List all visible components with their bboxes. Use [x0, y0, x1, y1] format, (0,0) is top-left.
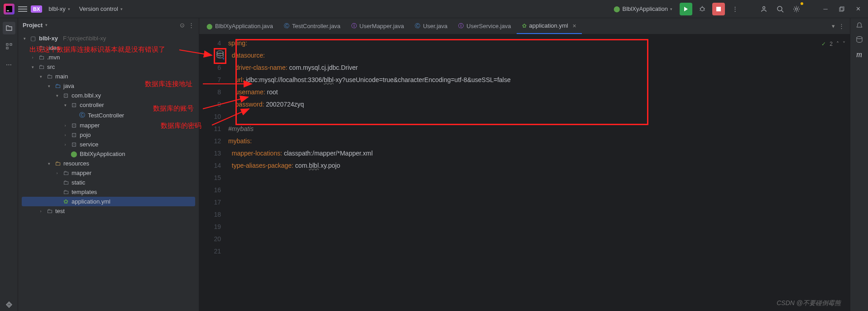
spring-run-icon: ⬤ — [614, 5, 620, 12]
svg-rect-15 — [6, 44, 8, 45]
tree-item[interactable]: ▾ ⊡ com.blbl.xy — [22, 91, 195, 100]
panel-options-icon[interactable]: ⋮ — [188, 22, 194, 29]
database-tool-icon[interactable] — [856, 36, 863, 44]
tree-label: .idea — [47, 44, 60, 51]
tab-file[interactable]: ⒾUserMapper.java — [346, 18, 409, 34]
tree-label: BlblXyApplication — [80, 151, 125, 157]
tab-label: User.java — [423, 23, 447, 29]
search-icon[interactable] — [774, 3, 786, 15]
debug-button[interactable] — [696, 3, 709, 15]
folder-icon: 🗀 — [62, 189, 69, 195]
yaml-key: datasource — [232, 52, 263, 59]
tab-file[interactable]: ⬤BlblXyApplication.java — [201, 18, 278, 34]
more-icon[interactable]: ⋮ — [729, 3, 741, 15]
close-tab-icon[interactable]: × — [573, 22, 576, 29]
package-icon: ⊡ — [70, 141, 77, 148]
tab-options-icon[interactable]: ⋮ — [839, 23, 844, 29]
restore-icon[interactable] — [835, 3, 848, 15]
select-opened-icon[interactable]: ⊙ — [180, 22, 185, 29]
tree-label: blbl-xy — [39, 35, 58, 42]
tab-label: TestController.java — [292, 23, 340, 29]
tab-file[interactable]: ⒾUserService.java — [453, 18, 516, 34]
maven-tool-icon[interactable]: m — [856, 50, 862, 59]
folder-icon: 🗀 — [38, 54, 45, 61]
tab-nav-icon[interactable]: ▾ — [832, 23, 835, 29]
tree-item-selected[interactable]: ✿ application.yml — [22, 197, 195, 206]
tab-file-active[interactable]: ✿application.yml× — [517, 18, 582, 34]
inspection-status[interactable]: ✓ 2 ˄ ˅ — [821, 41, 845, 47]
project-selector[interactable]: blbl-xy ▾ — [46, 4, 73, 14]
more-tool-icon[interactable]: ⋯ — [3, 58, 15, 71]
run-config-label: BlblXyApplication — [623, 5, 668, 12]
tree-item[interactable]: › 🗀 test — [22, 206, 195, 216]
gutter: 4 5 6 7 8 9 10 11 12 13 14 15 16 17 18 1… — [199, 34, 226, 311]
project-tree[interactable]: ▾ ▢ blbl-xy F:\project\blbl-xy › 🗀 .idea… — [18, 32, 199, 311]
yaml-key: mybatis — [228, 137, 250, 145]
tab-label: application.yml — [529, 22, 568, 29]
editor-body[interactable]: 4 5 6 7 8 9 10 11 12 13 14 15 16 17 18 1… — [199, 34, 850, 311]
run-config-selector[interactable]: ⬤ BlblXyApplication ▾ — [610, 4, 676, 14]
code-with-me-icon[interactable] — [758, 3, 770, 15]
svg-point-10 — [777, 6, 782, 11]
spring-config-icon: ✿ — [62, 198, 69, 205]
tree-item[interactable]: Ⓒ TestController — [22, 110, 195, 121]
svg-point-12 — [796, 8, 798, 10]
tree-item[interactable]: ▾ 🗀 java — [22, 81, 195, 91]
check-icon: ✓ — [821, 41, 826, 47]
structure-tool-icon[interactable] — [3, 40, 15, 53]
yaml-value: jdbc:mysql://localhost:3306/blbl-xy?useU… — [246, 76, 511, 83]
notifications-icon[interactable] — [856, 22, 863, 30]
svg-marker-19 — [8, 303, 10, 306]
project-tool-icon[interactable] — [3, 22, 15, 34]
gutter-db-marker[interactable]: + — [214, 48, 226, 64]
tab-file[interactable]: ⒸTestController.java — [278, 18, 346, 34]
folder-icon: 🗀 — [38, 63, 45, 70]
class-icon: Ⓒ — [78, 111, 86, 119]
notification-dot-icon — [801, 2, 803, 5]
tree-item[interactable]: 🗀 templates — [22, 187, 195, 197]
run-button[interactable] — [680, 3, 692, 15]
close-icon[interactable]: ✕ — [852, 3, 864, 15]
yaml-key: mapper-locations — [232, 150, 280, 157]
up-arrow-icon[interactable]: ˄ — [836, 41, 839, 47]
tree-item[interactable]: › ⊡ mapper — [22, 121, 195, 130]
vcs-selector[interactable]: Version control ▾ — [77, 4, 125, 14]
chevron-down-icon[interactable]: ▾ — [45, 23, 48, 27]
line-number: 16 — [199, 184, 221, 196]
tree-item[interactable]: › ⊡ pojo — [22, 130, 195, 140]
tree-label: src — [47, 63, 55, 70]
svg-rect-1 — [7, 10, 9, 11]
tree-item[interactable]: ▾ 🗀 src — [22, 62, 195, 72]
down-arrow-icon[interactable]: ˅ — [843, 41, 845, 47]
line-number: 10 — [199, 111, 221, 123]
main-menu-icon[interactable] — [18, 6, 27, 12]
minimize-icon[interactable]: ─ — [819, 3, 832, 15]
tree-root[interactable]: ▾ ▢ blbl-xy F:\project\blbl-xy — [22, 34, 195, 43]
tree-item[interactable]: ▾ 🗀 resources — [22, 159, 195, 168]
tree-item[interactable]: › 🗀 .idea — [22, 43, 195, 53]
tree-item[interactable]: › 🗀 .mvn — [22, 53, 195, 62]
project-panel-header: Project ▾ ⊙ ⋮ — [18, 18, 199, 32]
svg-rect-14 — [840, 7, 844, 10]
tree-label: static — [72, 179, 85, 186]
services-tool-icon[interactable] — [3, 298, 15, 311]
tree-item[interactable]: ⬤ BlblXyApplication — [22, 149, 195, 159]
svg-rect-13 — [839, 8, 843, 11]
spring-boot-icon: ⬤ — [70, 151, 77, 157]
svg-text:+: + — [222, 56, 224, 60]
tree-item[interactable]: › 🗀 mapper — [22, 168, 195, 178]
interface-icon: Ⓘ — [458, 22, 464, 30]
chevron-down-icon: ▾ — [62, 103, 68, 107]
tree-item[interactable]: ▾ 🗀 main — [22, 72, 195, 81]
code-content[interactable]: spring: datasource: driver-class-name: c… — [226, 34, 850, 311]
package-icon: ⊡ — [70, 131, 77, 138]
tree-item[interactable]: 🗀 static — [22, 178, 195, 187]
chevron-right-icon: › — [38, 209, 43, 214]
tab-file[interactable]: ⒸUser.java — [409, 18, 453, 34]
tree-item[interactable]: › ⊡ service — [22, 140, 195, 149]
chevron-down-icon: ▾ — [46, 84, 52, 88]
tree-item[interactable]: ▾ ⊡ controller — [22, 100, 195, 110]
vcs-label: Version control — [79, 5, 118, 12]
settings-icon[interactable] — [790, 3, 803, 15]
stop-button[interactable] — [712, 3, 725, 15]
